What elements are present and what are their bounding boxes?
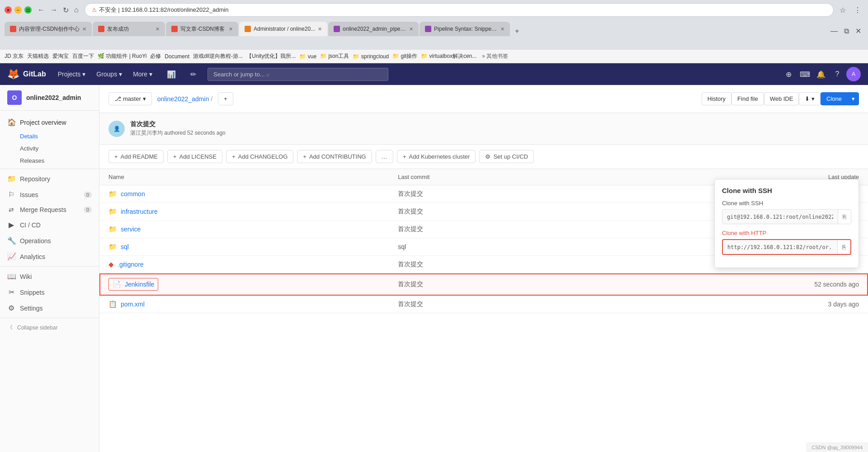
window-max-btn[interactable]: ⊡ — [24, 6, 32, 14]
extensions-btn[interactable]: ⋮ — [852, 5, 863, 15]
bookmark-taobao[interactable]: 爱淘宝 — [52, 52, 69, 60]
shortcut-btn[interactable]: ⌨ — [797, 67, 812, 81]
activity-chart-btn[interactable]: 📊 — [164, 67, 179, 81]
commit-msg-pom: 首次提交 — [389, 296, 601, 313]
forward-btn[interactable]: → — [48, 5, 60, 15]
home-btn[interactable]: ⌂ — [72, 5, 81, 15]
clone-http-section: Clone with HTTP ⎘ — [722, 230, 851, 255]
clone-ssh-copy-btn[interactable]: ⎘ — [838, 210, 851, 224]
bookmark-vbox[interactable]: 📁 virtualbox解决cen... — [421, 52, 476, 60]
file-name-service: service — [121, 226, 141, 233]
user-avatar-btn[interactable]: A — [846, 67, 861, 81]
file-link-service[interactable]: 📁 service — [108, 225, 380, 233]
file-icon-gitignore: ◆ — [108, 260, 114, 268]
web-ide-btn[interactable]: Web IDE — [764, 92, 799, 105]
sidebar-sub-activity[interactable]: Activity — [0, 142, 99, 155]
sidebar-item-wiki[interactable]: 📖 Wiki — [0, 268, 99, 284]
plus-btn[interactable]: ⊕ — [781, 67, 796, 81]
tab-close-6[interactable]: ✕ — [500, 26, 505, 32]
sidebar-collapse-btn[interactable]: 《 Collapse sidebar — [0, 320, 99, 335]
bookmarks-more[interactable]: » 其他书签 — [482, 52, 508, 60]
add-contributing-btn[interactable]: + Add CONTRIBUTING — [297, 150, 372, 163]
tab-close-5[interactable]: ✕ — [409, 26, 413, 32]
clone-ssh-input[interactable] — [722, 210, 838, 224]
tab-5[interactable]: online2022_admin_pipeline... ✕ — [328, 22, 419, 36]
restore-window-btn[interactable]: ⧉ — [842, 26, 851, 36]
tab-4[interactable]: Administrator / online20... ✕ — [239, 22, 327, 36]
sidebar-item-analytics[interactable]: 📈 Analytics — [0, 249, 99, 264]
sidebar-item-merge-requests[interactable]: ⇄ Merge Requests 0 — [0, 202, 99, 217]
window-close-btn[interactable]: ✕ — [5, 6, 12, 14]
projects-nav-item[interactable]: Projects ▾ — [53, 68, 90, 80]
notification-btn[interactable]: 🔔 — [814, 67, 828, 81]
sidebar-item-issues[interactable]: ⚐ Issues 0 — [0, 187, 99, 202]
groups-nav-item[interactable]: Groups ▾ — [92, 68, 127, 80]
file-link-gitignore[interactable]: ◆ .gitignore — [108, 260, 380, 268]
search-placeholder: Search or jump to... — [213, 71, 264, 78]
breadcrumb-project[interactable]: online2022_admin — [157, 95, 209, 103]
help-btn[interactable]: ? — [830, 67, 844, 81]
file-link-sql[interactable]: 📁 sql — [108, 243, 380, 251]
tab-1[interactable]: 内容管理-CSDN创作中心 ✕ — [5, 22, 92, 36]
new-tab-btn[interactable]: + — [513, 26, 521, 36]
sidebar-item-ci-cd[interactable]: ▶ CI / CD — [0, 217, 99, 233]
bookmark-git[interactable]: 📁 git操作 — [392, 52, 417, 60]
tab-close-3[interactable]: ✕ — [229, 26, 233, 32]
file-link-jenkinsfile[interactable]: 📄 Jenkinsfile — [108, 278, 158, 291]
bookmark-spring[interactable]: 📁 springcloud — [353, 53, 389, 60]
bookmark-vue[interactable]: 📁 vue — [299, 53, 316, 60]
bookmark-ruoyi[interactable]: 🌿 功能组件 | RuoYi — [98, 52, 146, 60]
add-license-btn[interactable]: + Add LICENSE — [167, 150, 222, 163]
address-bar[interactable]: ⚠ 不安全 | 192.168.0.121:82/root/online2022… — [85, 3, 834, 17]
file-link-pom[interactable]: 📋 pom.xml — [108, 300, 380, 308]
bookmark-game[interactable]: 游戏dll逆向教程-游... — [193, 52, 243, 60]
file-name-infrastructure: infrastructure — [121, 208, 158, 215]
sidebar-item-project-overview[interactable]: 🏠 Project overview — [0, 114, 99, 130]
add-readme-btn[interactable]: + Add README — [108, 150, 164, 163]
add-file-btn[interactable]: + — [218, 92, 233, 105]
clone-http-copy-btn[interactable]: ⎘ — [837, 240, 850, 254]
search-bar[interactable]: Search or jump to... ⌕ — [208, 68, 388, 81]
bookmark-baidu[interactable]: 百度一下 — [72, 52, 94, 60]
sidebar-item-operations[interactable]: 🔧 Operations — [0, 233, 99, 249]
minimize-window-btn[interactable]: — — [828, 26, 840, 36]
branch-selector[interactable]: ⎇ master ▾ — [108, 92, 152, 105]
clone-btn[interactable]: Clone — [821, 92, 848, 105]
bookmark-json[interactable]: 📁 json工具 — [320, 52, 349, 60]
bookmark-bixiu[interactable]: 必修 — [150, 52, 161, 60]
setup-cicd-btn[interactable]: ⚙ Set up CI/CD — [479, 150, 534, 163]
add-k8s-btn[interactable]: + Add Kubernetes cluster — [397, 150, 476, 163]
clone-http-input[interactable] — [723, 240, 837, 254]
bookmark-btn[interactable]: ☆ — [837, 5, 848, 15]
tab-2[interactable]: 发布成功 ✕ — [93, 22, 165, 36]
more-actions-btn[interactable]: … — [376, 150, 393, 163]
file-link-common[interactable]: 📁 common — [108, 190, 380, 198]
pen-icon-btn[interactable]: ✏ — [186, 67, 200, 81]
tab-3[interactable]: 写文章-CSDN博客 ✕ — [166, 22, 238, 36]
clone-dropdown-btn[interactable]: ▾ — [848, 92, 859, 105]
bookmark-unity[interactable]: 【Unity优化】我所... — [246, 52, 296, 60]
folder-icon-service: 📁 — [108, 225, 117, 233]
tab-close-1[interactable]: ✕ — [82, 26, 86, 32]
bookmark-tmall[interactable]: 天猫精选 — [27, 52, 49, 60]
file-link-infrastructure[interactable]: 📁 infrastructure — [108, 207, 380, 216]
sidebar-sub-releases[interactable]: Releases — [0, 155, 99, 167]
bookmark-document[interactable]: Document — [165, 53, 189, 60]
reload-btn[interactable]: ↻ — [61, 5, 71, 15]
tab-close-4[interactable]: ✕ — [318, 26, 322, 32]
sidebar-sub-details[interactable]: Details — [0, 130, 99, 142]
download-btn[interactable]: ⬇ ▾ — [799, 92, 821, 105]
find-file-btn[interactable]: Find file — [731, 92, 764, 105]
sidebar-item-repository[interactable]: 📁 Repository — [0, 171, 99, 187]
tab-6[interactable]: Pipeline Syntax: Snippet Ge... ✕ — [420, 22, 510, 36]
sidebar-item-snippets[interactable]: ✂ Snippets — [0, 284, 99, 300]
close-window-btn[interactable]: ✕ — [853, 26, 863, 36]
sidebar-item-settings[interactable]: ⚙ Settings — [0, 300, 99, 316]
add-changelog-btn[interactable]: + Add CHANGELOG — [226, 150, 293, 163]
more-nav-item[interactable]: More ▾ — [128, 68, 157, 80]
bookmark-jd[interactable]: JD 京东 — [5, 52, 24, 60]
window-min-btn[interactable]: − — [14, 6, 22, 14]
back-btn[interactable]: ← — [35, 5, 47, 15]
history-btn[interactable]: History — [702, 92, 731, 105]
tab-close-2[interactable]: ✕ — [156, 26, 160, 32]
